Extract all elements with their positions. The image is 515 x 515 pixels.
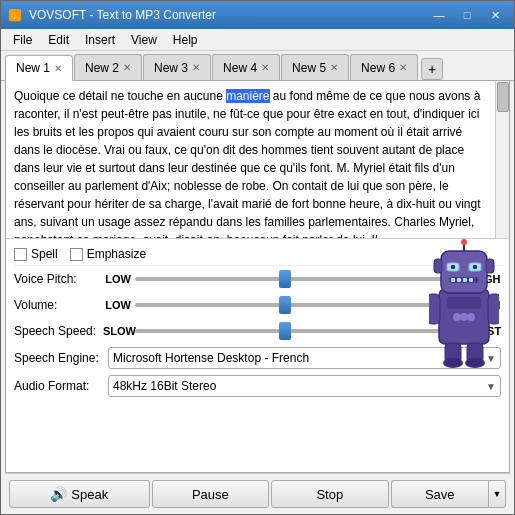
speech-speed-min: SLOW — [103, 325, 131, 337]
stop-label: Stop — [316, 487, 343, 502]
menu-edit[interactable]: Edit — [40, 31, 77, 49]
spell-label: Spell — [31, 247, 58, 261]
speech-engine-label: Speech Engine: — [14, 351, 104, 365]
text-display[interactable]: Quoique ce détail ne touche en aucune ma… — [6, 81, 495, 238]
svg-rect-3 — [441, 251, 487, 293]
close-button[interactable]: ✕ — [482, 5, 508, 25]
controls-area: Spell Emphasize Voice Pitch: LOW — [6, 239, 509, 404]
volume-row: Volume: LOW HIGH — [14, 292, 501, 318]
stop-button[interactable]: Stop — [271, 480, 388, 508]
tab-3-label: New 3 — [154, 61, 188, 75]
spell-checkbox[interactable] — [14, 248, 27, 261]
speak-icon: 🔊 — [50, 486, 67, 502]
svg-rect-17 — [447, 297, 481, 309]
svg-point-24 — [465, 358, 485, 368]
svg-point-23 — [443, 358, 463, 368]
menu-file[interactable]: File — [5, 31, 40, 49]
tab-1[interactable]: New 1 ✕ — [5, 55, 73, 81]
speech-speed-track[interactable] — [135, 329, 469, 333]
mascot-area — [429, 239, 501, 379]
voice-pitch-track[interactable] — [135, 277, 469, 281]
emphasize-label: Emphasize — [87, 247, 146, 261]
tab-3-close[interactable]: ✕ — [192, 62, 200, 73]
pause-button[interactable]: Pause — [152, 480, 269, 508]
voice-pitch-label: Voice Pitch: — [14, 272, 99, 286]
maximize-button[interactable]: □ — [454, 5, 480, 25]
text-area-wrapper: Quoique ce détail ne touche en aucune ma… — [6, 81, 509, 239]
svg-text:♪: ♪ — [13, 11, 17, 21]
tab-2[interactable]: New 2 ✕ — [74, 54, 142, 80]
robot-mascot — [429, 239, 499, 369]
speech-speed-thumb[interactable] — [279, 322, 291, 340]
save-dropdown-arrow-icon: ▼ — [493, 489, 502, 499]
speech-engine-row: Speech Engine: Microsoft Hortense Deskto… — [14, 344, 501, 372]
spell-check-item: Spell — [14, 247, 58, 261]
tab-4-label: New 4 — [223, 61, 257, 75]
speech-speed-row: Speech Speed: SLOW FAST — [14, 318, 501, 344]
svg-point-19 — [460, 313, 468, 321]
volume-label: Volume: — [14, 298, 99, 312]
scrollbar-track[interactable] — [495, 81, 509, 238]
volume-track[interactable] — [135, 303, 469, 307]
save-dropdown-button[interactable]: ▼ — [488, 480, 506, 508]
speech-speed-label: Speech Speed: — [14, 324, 99, 338]
emphasize-checkbox[interactable] — [70, 248, 83, 261]
scrollbar-thumb[interactable] — [497, 82, 509, 112]
svg-rect-12 — [469, 278, 473, 282]
save-button[interactable]: Save — [391, 480, 488, 508]
tab-5-label: New 5 — [292, 61, 326, 75]
main-window: ♪ VOVSOFT - Text to MP3 Converter — □ ✕ … — [0, 0, 515, 515]
svg-rect-9 — [451, 278, 455, 282]
volume-min: LOW — [103, 299, 131, 311]
menu-insert[interactable]: Insert — [77, 31, 123, 49]
minimize-button[interactable]: — — [426, 5, 452, 25]
bottom-bar: 🔊 Speak Pause Stop Save ▼ — [5, 473, 510, 514]
svg-point-20 — [467, 313, 475, 321]
app-icon: ♪ — [7, 7, 23, 23]
window-controls: — □ ✕ — [426, 5, 508, 25]
check-row: Spell Emphasize — [14, 243, 501, 266]
svg-rect-25 — [429, 294, 440, 324]
tab-6[interactable]: New 6 ✕ — [350, 54, 418, 80]
tab-2-label: New 2 — [85, 61, 119, 75]
tab-5-close[interactable]: ✕ — [330, 62, 338, 73]
volume-thumb[interactable] — [279, 296, 291, 314]
audio-format-label: Audio Format: — [14, 379, 104, 393]
window-title: VOVSOFT - Text to MP3 Converter — [29, 8, 426, 22]
svg-rect-15 — [434, 259, 442, 273]
tab-2-close[interactable]: ✕ — [123, 62, 131, 73]
svg-rect-16 — [486, 259, 494, 273]
svg-rect-11 — [463, 278, 467, 282]
tab-bar: New 1 ✕ New 2 ✕ New 3 ✕ New 4 ✕ New 5 ✕ … — [1, 51, 514, 81]
pause-label: Pause — [192, 487, 229, 502]
voice-pitch-row: Voice Pitch: LOW HIGH — [14, 266, 501, 292]
add-tab-button[interactable]: + — [421, 58, 443, 80]
svg-rect-6 — [451, 265, 455, 269]
svg-rect-10 — [457, 278, 461, 282]
tab-1-label: New 1 — [16, 61, 50, 75]
tab-content: Quoique ce détail ne touche en aucune ma… — [5, 81, 510, 473]
tab-3[interactable]: New 3 ✕ — [143, 54, 211, 80]
voice-pitch-min: LOW — [103, 273, 131, 285]
speak-label: Speak — [71, 487, 108, 502]
tab-6-label: New 6 — [361, 61, 395, 75]
tab-4-close[interactable]: ✕ — [261, 62, 269, 73]
audio-format-row: Audio Format: 48kHz 16Bit Stereo ▼ — [14, 372, 501, 400]
menu-bar: File Edit Insert View Help — [1, 29, 514, 51]
svg-rect-26 — [488, 294, 499, 324]
svg-point-18 — [453, 313, 461, 321]
tab-4[interactable]: New 4 ✕ — [212, 54, 280, 80]
tab-5[interactable]: New 5 ✕ — [281, 54, 349, 80]
tab-1-close[interactable]: ✕ — [54, 63, 62, 74]
tab-6-close[interactable]: ✕ — [399, 62, 407, 73]
voice-pitch-thumb[interactable] — [279, 270, 291, 288]
svg-point-14 — [461, 239, 467, 245]
content-body: New 1 ✕ New 2 ✕ New 3 ✕ New 4 ✕ New 5 ✕ … — [1, 51, 514, 514]
audio-format-value: 48kHz 16Bit Stereo — [113, 379, 216, 393]
save-label: Save — [425, 487, 455, 502]
title-bar: ♪ VOVSOFT - Text to MP3 Converter — □ ✕ — [1, 1, 514, 29]
menu-view[interactable]: View — [123, 31, 165, 49]
speak-button[interactable]: 🔊 Speak — [9, 480, 150, 508]
menu-help[interactable]: Help — [165, 31, 206, 49]
svg-rect-7 — [473, 265, 477, 269]
